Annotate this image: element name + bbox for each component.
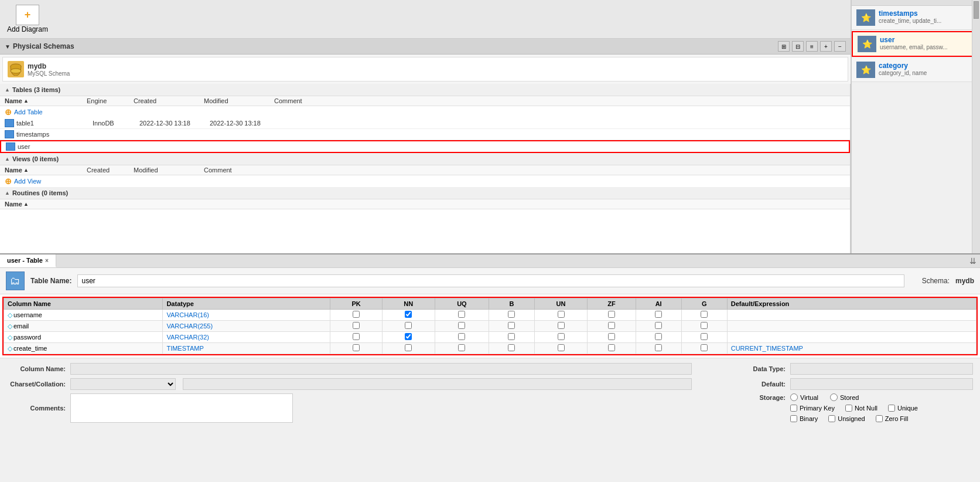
radio-stored[interactable]: Stored	[830, 393, 859, 401]
col-email-nn[interactable]	[382, 321, 435, 332]
col-email-ai[interactable]	[636, 321, 681, 332]
radio-virtual-input[interactable]	[790, 393, 798, 401]
table-row-table1[interactable]: table1 InnoDB 2022-12-30 13:18 2022-12-3…	[0, 118, 850, 129]
col-password-uq[interactable]	[435, 332, 489, 343]
col-password-g[interactable]	[681, 332, 727, 343]
col-password-pk[interactable]	[330, 332, 382, 343]
col-username-default	[727, 310, 976, 321]
col-email-pk[interactable]	[330, 321, 382, 332]
scrollbar-thumb[interactable]	[974, 1, 979, 19]
col-create-time-ai[interactable]	[636, 343, 681, 354]
views-section-header[interactable]: Views (0 items)	[0, 153, 850, 165]
comments-row: Comments:	[7, 393, 692, 423]
col-email-g[interactable]	[681, 321, 727, 332]
schema-item-mydb[interactable]: mydb MySQL Schema	[2, 57, 848, 82]
checkbox-pk-input[interactable]	[790, 405, 797, 412]
table-name-input[interactable]	[77, 274, 904, 287]
props-left: Column Name: Charset/Collation: Comments…	[7, 363, 692, 426]
col-create-time-un[interactable]	[534, 343, 587, 354]
add-diagram-button[interactable]: Add Diagram	[7, 5, 48, 33]
col-password-nn[interactable]	[382, 332, 435, 343]
checkbox-zero-fill[interactable]: Zero Fill	[876, 415, 909, 422]
sidebar-item-category[interactable]: ⭐ category category_id, name	[852, 58, 980, 82]
col-create-time-uq[interactable]	[435, 343, 489, 354]
remove-schema-btn[interactable]: −	[834, 41, 846, 52]
col-password-type: VARCHAR(32)	[163, 332, 330, 343]
tab-close-button[interactable]: ×	[45, 257, 49, 264]
col-create-time-b[interactable]	[489, 343, 534, 354]
list-btn[interactable]: ≡	[806, 41, 818, 52]
default-row: Default:	[727, 378, 973, 390]
checkbox-not-null[interactable]: Not Null	[845, 405, 877, 412]
grid-large-btn[interactable]: ⊟	[792, 41, 804, 52]
checkbox-unique[interactable]: Unique	[888, 405, 918, 412]
radio-stored-input[interactable]	[830, 393, 838, 401]
routines-section-header[interactable]: Routines (0 items)	[0, 187, 850, 199]
col-username-b[interactable]	[489, 310, 534, 321]
col-email-b[interactable]	[489, 321, 534, 332]
charset-select[interactable]	[70, 378, 176, 390]
th-zf: ZF	[588, 298, 636, 310]
col-password-ai[interactable]	[636, 332, 681, 343]
col-username-zf[interactable]	[588, 310, 636, 321]
col-email-un[interactable]	[534, 321, 587, 332]
checkbox-zf-input[interactable]	[876, 415, 883, 422]
col-create-time-pk[interactable]	[330, 343, 382, 354]
tab-expand-button[interactable]: ⇊	[966, 255, 980, 267]
add-view-icon: ⊕	[5, 176, 12, 186]
view-col-name: Name ▲	[5, 167, 87, 174]
col-username-un[interactable]	[534, 310, 587, 321]
col-create-time-nn[interactable]	[382, 343, 435, 354]
tables-section-header[interactable]: Tables (3 items)	[0, 84, 850, 96]
sidebar-item-user[interactable]: ⭐ user username, email, passw...	[852, 31, 980, 57]
col-username-uq[interactable]	[435, 310, 489, 321]
table-row-timestamps[interactable]: timestamps	[0, 129, 850, 140]
col-email-uq[interactable]	[435, 321, 489, 332]
default-input[interactable]	[790, 378, 973, 390]
checkbox-primary-key[interactable]: Primary Key	[790, 405, 835, 412]
table-row[interactable]: ◇password VARCHAR(32)	[4, 332, 976, 343]
col-username-ai[interactable]	[636, 310, 681, 321]
checkbox-uq-input[interactable]	[888, 405, 895, 412]
col-password-un[interactable]	[534, 332, 587, 343]
col-email-zf[interactable]	[588, 321, 636, 332]
sidebar-item-timestamps[interactable]: ⭐ timestamps create_time, update_ti...	[852, 6, 980, 30]
table-icon-inner: 🗂	[10, 275, 21, 287]
schemas-title[interactable]: Physical Schemas	[5, 42, 74, 50]
table-row-user[interactable]: user	[0, 140, 850, 153]
table-row[interactable]: ◇email VARCHAR(255)	[4, 321, 976, 332]
col-header-name: Name ▲	[5, 97, 87, 104]
data-type-label: Data Type:	[727, 365, 786, 372]
checkbox-nn-input[interactable]	[845, 405, 852, 412]
add-schema-btn[interactable]: +	[820, 41, 832, 52]
table-row[interactable]: ◇create_time TIMESTAMP CURRENT_TIMESTAMP	[4, 343, 976, 354]
grid-small-btn[interactable]: ⊞	[778, 41, 790, 52]
checkbox-binary[interactable]: Binary	[790, 415, 818, 422]
col-create-time-g[interactable]	[681, 343, 727, 354]
col-password: ◇password	[4, 332, 163, 343]
checkbox-unsigned[interactable]: Unsigned	[828, 415, 865, 422]
comments-textarea[interactable]	[70, 393, 293, 423]
col-username-nn[interactable]	[382, 310, 435, 321]
radio-virtual[interactable]: Virtual	[790, 393, 818, 401]
col-create-time-default: CURRENT_TIMESTAMP	[727, 343, 976, 354]
column-name-input[interactable]	[70, 363, 692, 375]
col-password-b[interactable]	[489, 332, 534, 343]
schema-subtitle: MySQL Schema	[28, 70, 70, 77]
checkbox-un-label: Unsigned	[838, 415, 865, 422]
col-create-time-zf[interactable]	[588, 343, 636, 354]
data-type-input[interactable]	[790, 363, 973, 375]
checkbox-b-input[interactable]	[790, 415, 797, 422]
col-password-zf[interactable]	[588, 332, 636, 343]
editor-table-icon[interactable]: 🗂	[6, 271, 25, 290]
checkbox-un-input[interactable]	[828, 415, 835, 422]
add-view-row[interactable]: ⊕ Add View	[0, 175, 850, 187]
col-username-pk[interactable]	[330, 310, 382, 321]
collation-input[interactable]	[183, 378, 692, 390]
routines-col-name: Name ▲	[5, 201, 87, 208]
table-editor-tab[interactable]: user - Table ×	[0, 254, 56, 267]
table-row[interactable]: ◇username VARCHAR(16)	[4, 310, 976, 321]
col-username-g[interactable]	[681, 310, 727, 321]
col-email-type: VARCHAR(255)	[163, 321, 330, 332]
add-table-row[interactable]: ⊕ Add Table	[0, 106, 850, 118]
